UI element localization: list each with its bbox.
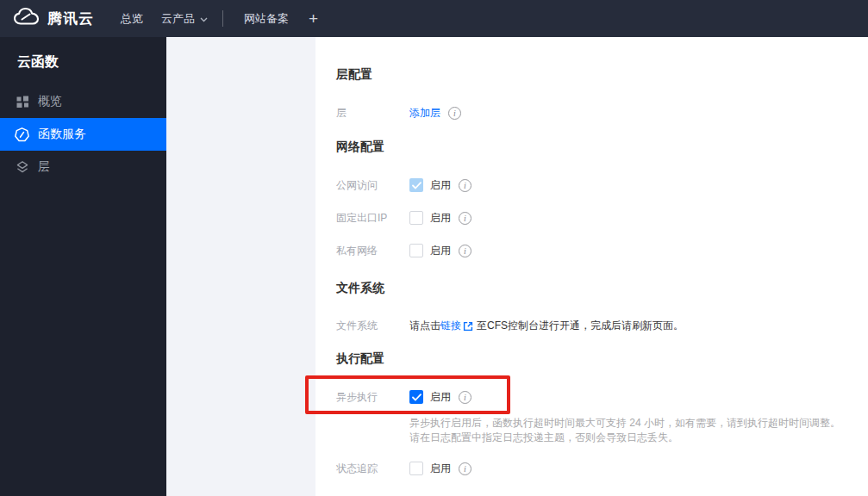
topnav-overview[interactable]: 总览 <box>121 0 143 37</box>
tencent-cloud-logo[interactable]: 腾讯云 <box>13 0 94 37</box>
async-execution-description: 异步执行启用后，函数执行超时时间最大可支持 24 小时，如有需要，请到执行超时时… <box>409 416 862 445</box>
fixed-egress-ip-checkbox[interactable] <box>409 211 423 225</box>
info-icon[interactable]: i <box>459 179 471 192</box>
private-network-label: 私有网络 <box>336 244 409 258</box>
fixed-egress-ip-row: 固定出口IP 启用 i <box>315 209 471 226</box>
chevron-down-icon <box>200 12 208 25</box>
cfs-link[interactable]: 链接 <box>440 319 461 333</box>
status-tracking-label: 状态追踪 <box>336 462 409 476</box>
sidebar-item-layers[interactable]: 层 <box>0 151 166 183</box>
private-network-row: 私有网络 启用 i <box>315 242 471 259</box>
enable-label: 启用 <box>430 211 451 226</box>
description-line: 异步执行启用后，函数执行超时时间最大可支持 24 小时，如有需要，请到执行超时时… <box>409 416 862 431</box>
topnav-cloud-products-label: 云产品 <box>161 11 195 27</box>
add-layer-link[interactable]: 添加层 <box>409 106 440 121</box>
private-network-checkbox[interactable] <box>409 244 423 257</box>
enable-label: 启用 <box>430 462 451 476</box>
sidebar-item-function-service[interactable]: 函数服务 <box>0 118 166 151</box>
section-heading-layer-config: 层配置 <box>336 66 372 82</box>
brand-name: 腾讯云 <box>47 9 94 28</box>
public-network-row: 公网访问 启用 i <box>315 177 471 194</box>
status-tracking-checkbox[interactable] <box>409 462 423 475</box>
topnav-cloud-products[interactable]: 云产品 <box>161 0 208 37</box>
main-content: 层配置 层 添加层 i 网络配置 公网访问 启用 i 固定出口IP 启用 i 私… <box>315 37 868 496</box>
function-icon <box>15 127 29 142</box>
layer-row: 层 添加层 i <box>315 104 461 121</box>
file-system-row: 文件系统 请点击 链接 至CFS控制台进行开通，完成后请刷新页面。 <box>315 317 684 334</box>
async-execution-row: 异步执行 启用 i <box>315 388 471 406</box>
sidebar: 云函数 概览 函数服务 <box>0 37 166 496</box>
file-system-label: 文件系统 <box>336 319 409 333</box>
async-execution-label: 异步执行 <box>336 390 409 405</box>
sidebar-item-label: 层 <box>38 159 50 175</box>
topbar: 腾讯云 总览 云产品 网站备案 + <box>0 0 868 37</box>
layer-label: 层 <box>336 106 409 121</box>
info-icon[interactable]: i <box>459 391 471 404</box>
enable-label: 启用 <box>430 244 451 258</box>
layers-icon <box>15 160 29 175</box>
fixed-egress-ip-label: 固定出口IP <box>336 211 409 226</box>
info-icon[interactable]: i <box>459 212 471 225</box>
sidebar-title: 云函数 <box>17 53 59 71</box>
info-icon[interactable]: i <box>448 107 461 120</box>
cloud-logo-icon <box>13 7 40 30</box>
enable-label: 启用 <box>430 178 451 193</box>
public-network-label: 公网访问 <box>336 178 409 193</box>
file-system-text-after: 至CFS控制台进行开通，完成后请刷新页面。 <box>477 319 684 333</box>
info-icon[interactable]: i <box>459 245 471 257</box>
secondary-panel <box>166 37 315 496</box>
add-tab-button[interactable]: + <box>309 0 318 37</box>
grid-icon <box>15 95 29 109</box>
sidebar-item-overview[interactable]: 概览 <box>0 85 166 118</box>
file-system-text-before: 请点击 <box>409 319 440 333</box>
public-network-checkbox[interactable] <box>409 178 423 192</box>
async-execution-checkbox[interactable] <box>409 390 423 404</box>
section-heading-network-config: 网络配置 <box>336 139 384 154</box>
topnav-website-beian[interactable]: 网站备案 <box>244 0 289 37</box>
sidebar-item-label: 概览 <box>38 94 62 109</box>
info-icon[interactable]: i <box>459 462 471 475</box>
status-tracking-row: 状态追踪 启用 i <box>315 460 471 477</box>
section-heading-file-system: 文件系统 <box>336 280 384 295</box>
section-heading-execution-config: 执行配置 <box>336 350 384 366</box>
enable-label: 启用 <box>430 390 451 405</box>
sidebar-menu: 概览 函数服务 层 <box>0 85 166 183</box>
topnav-divider <box>222 10 223 27</box>
description-line: 请在日志配置中指定日志投递主题，否则会导致日志丢失。 <box>409 431 862 445</box>
sidebar-item-label: 函数服务 <box>38 127 86 142</box>
external-link-icon[interactable] <box>463 319 473 335</box>
